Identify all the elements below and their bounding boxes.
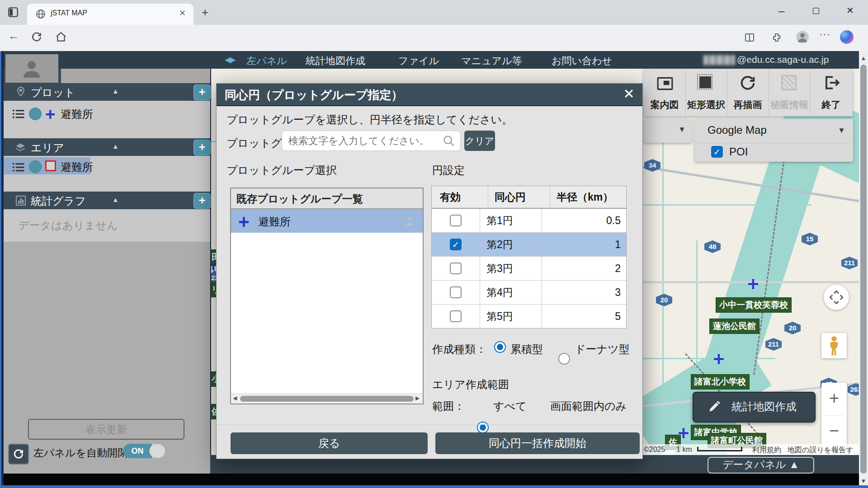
radius-value[interactable]: 3 <box>542 281 626 304</box>
vscrollbar-thumb[interactable] <box>860 65 867 474</box>
enable-checkbox[interactable] <box>450 286 462 298</box>
tab-close-icon[interactable]: ✕ <box>179 8 186 18</box>
collapse-arrow-icon[interactable]: ▲ <box>112 142 119 150</box>
nav-file[interactable]: ファイル <box>398 54 439 68</box>
type-cumulative-label[interactable]: 累積型 <box>510 342 543 357</box>
create-statmap-button[interactable]: 統計地図作成 <box>693 392 816 422</box>
nav-left-panel[interactable]: 左パネル <box>246 54 287 68</box>
layer-panel: Google Map ▼ POI <box>695 119 853 162</box>
base-layer-select[interactable]: Google Map ▼ <box>695 119 853 143</box>
table-row[interactable]: 第1円 0.5 <box>432 209 626 232</box>
nav-contact[interactable]: お問い合わせ <box>552 54 612 68</box>
plot-marker-icon: + <box>747 277 759 291</box>
list-icon[interactable] <box>12 108 25 120</box>
data-panel-button[interactable]: データパネル ▲ <box>708 457 814 474</box>
back-button[interactable]: 戻る <box>231 432 428 454</box>
poi-checkbox[interactable] <box>711 146 723 158</box>
enable-checkbox[interactable] <box>450 310 462 322</box>
type-donut-label[interactable]: ドーナツ型 <box>575 342 630 357</box>
plot-symbol-icon: + <box>45 108 55 120</box>
range-all-radio[interactable] <box>477 422 489 433</box>
panel-collapse-icon[interactable]: ◀▶ <box>225 55 235 65</box>
window-maximize-icon[interactable]: ▢ <box>812 5 820 15</box>
enable-checkbox[interactable] <box>450 263 462 274</box>
refresh-display-button[interactable]: 表示更新 <box>28 419 184 440</box>
terms-link[interactable]: 利用規約 <box>752 446 781 455</box>
list-icon[interactable] <box>12 161 25 173</box>
refresh-icon[interactable] <box>31 31 42 45</box>
table-row[interactable]: 第3円 2 <box>432 256 626 280</box>
table-row-selected[interactable]: 第2円 1 <box>432 232 626 256</box>
window-border <box>1 51 4 488</box>
new-tab-icon[interactable]: + <box>202 5 208 19</box>
area-item-label[interactable]: 避難所 <box>61 160 93 174</box>
list-item-selected[interactable]: + 避難所 <box>231 209 423 233</box>
radius-value[interactable]: 0.5 <box>542 209 626 232</box>
page-vscrollbar[interactable]: ▲ ▼ <box>859 51 868 488</box>
area-section-title: エリア <box>31 141 64 155</box>
split-screen-icon[interactable] <box>744 32 755 45</box>
pan-control[interactable] <box>824 285 849 310</box>
enable-checkbox[interactable] <box>450 215 462 226</box>
scroll-left-icon[interactable]: ◀ <box>233 395 237 401</box>
dialog-close-icon[interactable]: ✕ <box>621 86 637 102</box>
pegman-control[interactable] <box>821 333 847 358</box>
toolbar-rect-select[interactable]: 矩形選択 <box>685 69 727 116</box>
type-donut-radio[interactable] <box>558 353 570 365</box>
collapse-arrow-icon[interactable]: ▲ <box>112 87 119 95</box>
settings-ellipsis-icon[interactable]: ··· <box>819 28 830 40</box>
scroll-down-icon[interactable]: ▼ <box>860 478 867 484</box>
plot-color-swatch[interactable] <box>29 108 42 120</box>
home-icon[interactable] <box>55 31 67 45</box>
collapse-arrow-icon[interactable]: ▲ <box>112 196 119 203</box>
table-row[interactable]: 第5円 5 <box>432 304 626 328</box>
dialog-title: 同心円（プロットグループ指定） <box>225 87 403 103</box>
start-batch-create-button[interactable]: 同心円一括作成開始 <box>435 432 640 454</box>
nav-manual[interactable]: マニュアル等 <box>461 54 522 68</box>
plot-section-header[interactable]: プロット ▲ + <box>4 83 210 101</box>
toggle-knob[interactable] <box>149 444 165 458</box>
browser-tab[interactable]: jSTAT MAP ✕ <box>27 4 193 25</box>
graph-section-header[interactable]: 統計グラフ ▲ + <box>4 192 210 209</box>
hscrollbar-thumb[interactable] <box>240 396 414 402</box>
toolbar-guide-map[interactable]: 案内図 <box>644 69 686 116</box>
area-color-swatch[interactable] <box>29 160 42 173</box>
range-screen-label[interactable]: 画面範囲内のみ <box>550 399 627 413</box>
tab-manager-icon[interactable] <box>7 6 19 20</box>
window-close-icon[interactable]: ✕ <box>846 5 854 16</box>
toolbar-exit[interactable]: 終了 <box>810 69 852 116</box>
group-search-input[interactable] <box>282 131 461 151</box>
window-minimize-icon[interactable]: – <box>778 5 784 17</box>
route-shield: 20 <box>784 322 801 334</box>
browser-window: jSTAT MAP ✕ + – ▢ ✕ ← https://jstatmap.e… <box>0 0 868 488</box>
add-area-button[interactable]: + <box>193 140 211 155</box>
copilot-icon[interactable] <box>840 30 854 44</box>
nav-create-statmap[interactable]: 統計地図作成 <box>306 54 365 68</box>
zoom-in-button[interactable]: + <box>821 383 847 415</box>
radius-value[interactable]: 5 <box>542 305 626 328</box>
scroll-right-icon[interactable]: ▶ <box>415 395 420 401</box>
auto-refresh-button[interactable] <box>8 444 29 465</box>
base-layer-select-partial[interactable]: ▼ <box>644 119 692 143</box>
range-all-label[interactable]: すべて <box>493 399 527 413</box>
extensions-icon[interactable] <box>771 32 782 45</box>
radius-value[interactable]: 1 <box>542 233 626 256</box>
radius-value[interactable]: 2 <box>542 257 626 280</box>
scroll-up-icon[interactable]: ▲ <box>860 55 867 61</box>
toolbar-redraw[interactable]: 再描画 <box>727 69 769 116</box>
profile-avatar[interactable] <box>796 30 809 46</box>
add-graph-button[interactable]: + <box>193 193 211 209</box>
clear-button[interactable]: クリア <box>464 131 495 151</box>
add-plot-button[interactable]: + <box>193 84 211 100</box>
table-row[interactable]: 第4円 3 <box>432 280 626 304</box>
enable-checkbox[interactable] <box>450 239 462 250</box>
user-avatar[interactable] <box>5 54 58 83</box>
list-hscrollbar[interactable]: ◀ ▶ <box>231 394 423 404</box>
back-icon[interactable]: ← <box>8 29 19 42</box>
search-icon[interactable] <box>443 135 455 147</box>
auto-panel-toggle[interactable]: ON <box>123 444 165 458</box>
area-section-header[interactable]: エリア ▲ + <box>4 138 210 156</box>
type-cumulative-radio[interactable] <box>494 341 506 353</box>
confidential-icon <box>781 75 797 90</box>
plot-item-label[interactable]: 避難所 <box>61 107 93 122</box>
